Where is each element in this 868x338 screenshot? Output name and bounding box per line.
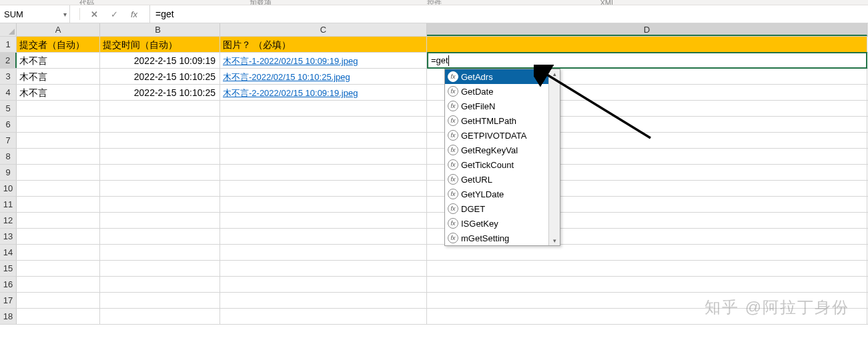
- row-header[interactable]: 9: [0, 165, 17, 180]
- cell[interactable]: [220, 309, 427, 324]
- header-cell-image[interactable]: 图片？ （必填）: [220, 37, 427, 52]
- scroll-track[interactable]: [549, 77, 560, 237]
- cell[interactable]: [17, 261, 100, 276]
- cell[interactable]: [17, 213, 100, 228]
- row-header[interactable]: 17: [0, 293, 17, 308]
- cell[interactable]: [100, 245, 220, 260]
- cell[interactable]: [17, 245, 100, 260]
- hyperlink[interactable]: 木不言-1-2022/02/15 10:09:19.jpeg: [223, 56, 358, 66]
- cell[interactable]: 2022-2-15 10:10:25: [100, 85, 220, 100]
- cell[interactable]: 木不言: [17, 85, 100, 100]
- cell[interactable]: [17, 181, 100, 196]
- cell[interactable]: [100, 149, 220, 164]
- autocomplete-item[interactable]: fxDGET: [445, 201, 548, 216]
- select-all-corner[interactable]: [0, 23, 17, 36]
- cell[interactable]: [17, 197, 100, 212]
- cell[interactable]: [100, 213, 220, 228]
- cell[interactable]: [100, 277, 220, 292]
- formula-autocomplete[interactable]: fxGetAdrs fxGetDate fxGetFileN fxGetHTML…: [444, 69, 560, 246]
- column-header-a[interactable]: A: [17, 23, 100, 36]
- row-header[interactable]: 5: [0, 101, 17, 116]
- cell[interactable]: [17, 133, 100, 148]
- hyperlink[interactable]: 木不言-2-2022/02/15 10:09:19.jpeg: [223, 88, 358, 98]
- cell[interactable]: 木不言-2-2022/02/15 10:09:19.jpeg: [220, 85, 427, 100]
- row-header[interactable]: 1: [0, 37, 17, 52]
- autocomplete-item[interactable]: fxGetDate: [445, 84, 548, 99]
- row-header[interactable]: 7: [0, 133, 17, 148]
- cell[interactable]: [427, 245, 867, 260]
- cell[interactable]: [427, 261, 867, 276]
- autocomplete-item[interactable]: fxGetHTMLPath: [445, 113, 548, 128]
- confirm-button[interactable]: ✓: [108, 9, 120, 19]
- cell[interactable]: [100, 309, 220, 324]
- autocomplete-scrollbar[interactable]: ▴ ▾: [548, 69, 560, 245]
- name-box-dropdown-icon[interactable]: ▾: [63, 11, 67, 18]
- cell[interactable]: [220, 213, 427, 228]
- scroll-up-icon[interactable]: ▴: [553, 71, 556, 77]
- cell[interactable]: [17, 165, 100, 180]
- name-box[interactable]: ▾: [0, 5, 70, 23]
- header-cell-submittime[interactable]: 提交时间（自动）: [100, 37, 220, 52]
- scroll-down-icon[interactable]: ▾: [553, 237, 556, 244]
- cell[interactable]: [427, 309, 867, 324]
- row-header[interactable]: 15: [0, 261, 17, 276]
- formula-bar-input[interactable]: [155, 9, 863, 19]
- hyperlink[interactable]: 木不言-2022/02/15 10:10:25.jpeg: [223, 72, 350, 82]
- spreadsheet-grid[interactable]: A B C D 1 提交者（自动） 提交时间（自动） 图片？ （必填） 2 木不…: [0, 23, 868, 325]
- cell[interactable]: [100, 197, 220, 212]
- cell[interactable]: [220, 229, 427, 244]
- autocomplete-item[interactable]: fxGetURL: [445, 172, 548, 187]
- header-cell-submitter[interactable]: 提交者（自动）: [17, 37, 100, 52]
- row-header[interactable]: 10: [0, 181, 17, 196]
- autocomplete-item[interactable]: fxGetRegKeyVal: [445, 143, 548, 157]
- row-header[interactable]: 11: [0, 197, 17, 212]
- cell[interactable]: [17, 101, 100, 116]
- row-header[interactable]: 6: [0, 117, 17, 132]
- active-cell-editor[interactable]: =get: [427, 52, 867, 69]
- cell[interactable]: [427, 277, 867, 292]
- cell[interactable]: [100, 261, 220, 276]
- cell[interactable]: 2022-2-15 10:09:19: [100, 53, 220, 68]
- cell[interactable]: [100, 181, 220, 196]
- autocomplete-item[interactable]: fxmGetSetting: [445, 231, 548, 245]
- autocomplete-item[interactable]: fxGetAdrs: [445, 69, 548, 84]
- cell[interactable]: [17, 117, 100, 132]
- insert-function-button[interactable]: fx: [128, 9, 140, 19]
- cell[interactable]: [100, 117, 220, 132]
- row-header[interactable]: 13: [0, 229, 17, 244]
- cell[interactable]: [100, 229, 220, 244]
- cell[interactable]: [220, 197, 427, 212]
- row-header[interactable]: 14: [0, 245, 17, 260]
- row-header[interactable]: 2: [0, 53, 17, 68]
- cell[interactable]: [220, 165, 427, 180]
- autocomplete-item[interactable]: fxGetFileN: [445, 99, 548, 113]
- cell[interactable]: [220, 181, 427, 196]
- cell[interactable]: [220, 261, 427, 276]
- row-header[interactable]: 3: [0, 69, 17, 84]
- column-header-c[interactable]: C: [220, 23, 427, 36]
- column-header-d[interactable]: D: [427, 23, 867, 36]
- cell[interactable]: [220, 133, 427, 148]
- formula-bar[interactable]: [150, 5, 868, 23]
- cell[interactable]: [220, 293, 427, 308]
- cell[interactable]: [220, 117, 427, 132]
- cell[interactable]: [17, 149, 100, 164]
- cell[interactable]: [220, 101, 427, 116]
- cell[interactable]: [17, 309, 100, 324]
- row-header[interactable]: 12: [0, 213, 17, 228]
- cell[interactable]: [220, 245, 427, 260]
- row-header[interactable]: 8: [0, 149, 17, 164]
- cell[interactable]: [17, 229, 100, 244]
- cell[interactable]: 木不言-2022/02/15 10:10:25.jpeg: [220, 69, 427, 84]
- cell[interactable]: 木不言: [17, 69, 100, 84]
- cell[interactable]: 2022-2-15 10:10:25: [100, 69, 220, 84]
- cell[interactable]: [220, 149, 427, 164]
- autocomplete-item[interactable]: fxGetTickCount: [445, 157, 548, 172]
- cancel-button[interactable]: ✕: [88, 9, 100, 19]
- column-header-b[interactable]: B: [100, 23, 220, 36]
- cell[interactable]: [100, 101, 220, 116]
- name-box-input[interactable]: [4, 9, 65, 19]
- header-cell-d[interactable]: [427, 37, 867, 52]
- cell[interactable]: [100, 133, 220, 148]
- cell[interactable]: [220, 277, 427, 292]
